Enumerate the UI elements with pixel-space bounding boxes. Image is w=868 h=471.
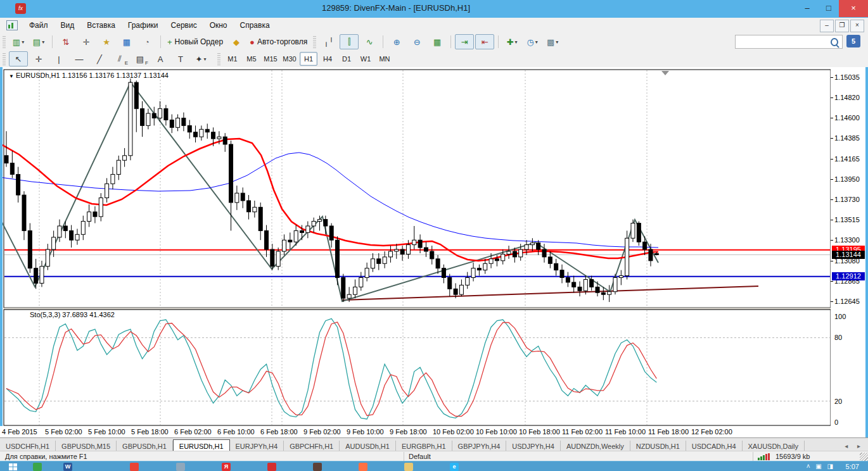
text-label-button[interactable]: T	[171, 51, 190, 66]
taskbar-red-app-icon[interactable]	[267, 463, 276, 471]
chart-shift-button[interactable]: ⇤	[475, 34, 494, 49]
timeframe-button-W1[interactable]: W1	[357, 52, 374, 66]
zoom-out-button[interactable]: ⊖	[407, 34, 426, 49]
menu-item-Справка[interactable]: Справка	[234, 19, 276, 32]
zoom-in-button[interactable]: ⊕	[387, 34, 406, 49]
timeframe-button-MN[interactable]: MN	[376, 52, 393, 66]
dropdown-arrow-icon[interactable]: ▾	[42, 39, 44, 45]
crosshair-tool-button[interactable]: ✛	[29, 51, 48, 66]
taskbar-gray-app-icon[interactable]	[176, 463, 185, 471]
toolbar-grip[interactable]	[217, 53, 220, 65]
market-watch-button[interactable]: ⇅	[56, 34, 75, 49]
dropdown-arrow-icon[interactable]: ▾	[203, 56, 206, 62]
menu-item-Графики[interactable]: Графики	[122, 19, 165, 32]
system-tray-icons[interactable]: ˄ ▣ ◨	[807, 463, 835, 470]
timeframe-button-M5[interactable]: M5	[243, 52, 260, 66]
templates-button[interactable]: ▩▾	[543, 34, 562, 49]
dropdown-arrow-icon[interactable]: ▾	[556, 39, 558, 45]
child-restore-button[interactable]: ❐	[835, 20, 849, 32]
terminal-button[interactable]: ▦	[117, 34, 136, 49]
maximize-button[interactable]: □	[819, 0, 839, 17]
cursor-tool-button[interactable]: ↖	[9, 51, 28, 66]
text-button[interactable]: A	[151, 51, 170, 66]
fibonacci-button[interactable]: ▤F	[131, 51, 150, 66]
trendline-button[interactable]: ╱	[90, 51, 109, 66]
taskbar-firefox-icon[interactable]	[359, 463, 367, 471]
new-chart-button[interactable]: ▥▾	[9, 34, 28, 49]
line-chart-button[interactable]: ∿	[360, 34, 379, 49]
chart-tab-EURUSDh,H1[interactable]: EURUSDh,H1	[173, 439, 230, 451]
chart-tab-AUDNZDh,Weekly[interactable]: AUDNZDh,Weekly	[561, 441, 630, 451]
taskbar-store-icon[interactable]	[33, 463, 42, 471]
taskbar-word-icon[interactable]: W	[63, 463, 72, 471]
chart-tab-NZDUSDh,H1[interactable]: NZDUSDh,H1	[630, 441, 686, 451]
chart-tab-USDCHFh,H1[interactable]: USDCHFh,H1	[0, 441, 56, 451]
chart-tab-XAUUSDh,Daily[interactable]: XAUUSDh,Daily	[743, 441, 805, 451]
candlestick-button[interactable]: ⫿	[340, 34, 359, 49]
profiles-button[interactable]: ▤▾	[29, 34, 48, 49]
periods-button[interactable]: ◷▾	[523, 34, 542, 49]
tab-scroll-arrows[interactable]: ◂ ▸	[845, 443, 864, 449]
chart-tab-AUDUSDh,H1[interactable]: AUDUSDh,H1	[340, 441, 396, 451]
timeframe-button-H4[interactable]: H4	[319, 52, 336, 66]
toolbar-grip[interactable]	[3, 35, 6, 48]
data-window-button[interactable]: ✛	[77, 34, 96, 49]
resize-grip[interactable]	[860, 453, 868, 461]
chart-tab-USDJPYh,H4[interactable]: USDJPYh,H4	[506, 441, 561, 451]
tile-windows-button[interactable]: ▦	[428, 34, 447, 49]
chart-tab-EURJPYh,H4[interactable]: EURJPYh,H4	[230, 441, 284, 451]
menu-item-Файл[interactable]: Файл	[23, 19, 54, 32]
chat-badge[interactable]: 5	[846, 35, 860, 47]
chart-canvas[interactable]	[3, 67, 831, 426]
bar-chart-button[interactable]: ╷╵	[319, 34, 338, 49]
chart-tab-GBPUSDh,H1[interactable]: GBPUSDh,H1	[117, 441, 173, 451]
menu-item-Вид[interactable]: Вид	[54, 19, 81, 32]
timeframe-button-M15[interactable]: M15	[262, 52, 279, 66]
close-button[interactable]: ×	[839, 0, 868, 17]
channel-button[interactable]: ⫽E	[110, 51, 129, 66]
new-order-button[interactable]: +Новый Ордер	[165, 34, 226, 49]
search-icon[interactable]	[831, 38, 838, 46]
minimize-button[interactable]: –	[797, 0, 817, 17]
taskbar-clock[interactable]: 5:07	[846, 463, 859, 470]
navigator-button[interactable]: ★	[97, 34, 116, 49]
taskbar-skype-icon[interactable]: e	[450, 463, 459, 471]
dropdown-arrow-icon[interactable]: ▾	[515, 39, 518, 45]
menu-item-Окно[interactable]: Окно	[203, 19, 234, 32]
strategy-tester-button[interactable]: ◔	[137, 34, 156, 49]
chart-area[interactable]: ▼ EURUSDh,H1 1.13156 1.13176 1.13137 1.1…	[0, 67, 868, 437]
taskbar-folder-icon[interactable]	[404, 463, 413, 471]
arrows-button[interactable]: ✦▾	[191, 51, 210, 66]
symbol-dropdown-icon[interactable]: ▼	[9, 73, 14, 79]
timeframe-button-M1[interactable]: M1	[224, 52, 241, 66]
taskbar-dark-app-icon[interactable]	[313, 463, 322, 471]
chart-tab-GBPCHFh,H1[interactable]: GBPCHFh,H1	[284, 441, 340, 451]
toolbar-grip[interactable]	[313, 35, 316, 48]
start-button[interactable]	[9, 463, 17, 470]
horizontal-line-button[interactable]: —	[70, 51, 89, 66]
chart-tab-EURGBPh,H1[interactable]: EURGBPh,H1	[396, 441, 452, 451]
toolbar-grip[interactable]	[3, 53, 6, 65]
chart-tab-GBPUSDh,M15[interactable]: GBPUSDh,M15	[56, 441, 117, 451]
vertical-line-button[interactable]: |	[49, 51, 68, 66]
dropdown-arrow-icon[interactable]: ▾	[22, 39, 24, 45]
menu-item-Сервис[interactable]: Сервис	[165, 19, 203, 32]
timeframe-button-H1[interactable]: H1	[300, 52, 317, 66]
status-profile[interactable]: Default	[409, 453, 431, 460]
menu-item-Вставка[interactable]: Вставка	[80, 19, 122, 32]
timeframe-button-D1[interactable]: D1	[338, 52, 355, 66]
search-input[interactable]	[736, 37, 831, 47]
auto-scroll-button[interactable]: ⇥	[455, 34, 474, 49]
taskbar-yandex-icon[interactable]: Я	[222, 463, 231, 471]
child-minimize-button[interactable]: –	[820, 20, 834, 32]
child-close-button[interactable]: ×	[850, 20, 864, 32]
timeframe-button-M30[interactable]: M30	[281, 52, 298, 66]
chart-tab-USDCADh,H4[interactable]: USDCADh,H4	[686, 441, 743, 451]
indicators-button[interactable]: ✚▾	[502, 34, 521, 49]
taskbar-chrome-icon[interactable]	[130, 463, 139, 471]
autotrading-button[interactable]: ●Авто-торговля	[247, 34, 310, 49]
chart-tab-GBPJPYh,H4[interactable]: GBPJPYh,H4	[452, 441, 507, 451]
dropdown-arrow-icon[interactable]: ▾	[535, 39, 538, 45]
title-bar[interactable]: fx 129859: DivenFX-Main - [EURUSDh,H1] –…	[0, 0, 868, 18]
time-axis[interactable]: 4 Feb 20155 Feb 02:005 Feb 10:005 Feb 18…	[0, 426, 831, 437]
